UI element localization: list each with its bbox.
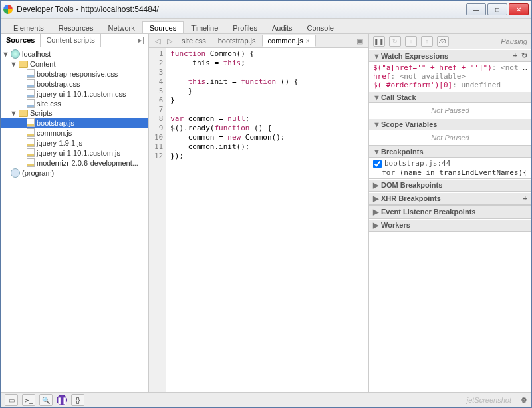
xhr-add-icon[interactable]: + — [523, 194, 527, 202]
file-icon — [27, 158, 35, 167]
file-icon — [27, 128, 35, 137]
console-icon[interactable]: ≻_ — [22, 394, 35, 406]
minimize-button[interactable]: — — [466, 3, 486, 15]
watch-add-icon[interactable]: + — [513, 51, 517, 60]
main-tab-timeline[interactable]: Timeline — [184, 21, 225, 33]
search-icon[interactable]: 🔍 — [39, 394, 53, 406]
tree-item-label: bootstrap-responsive.css — [37, 70, 118, 78]
main-tab-profiles[interactable]: Profiles — [225, 21, 265, 33]
panel-xhr-header[interactable]: ▶ XHR Breakpoints + — [369, 192, 531, 205]
file-icon — [27, 118, 35, 127]
panel-workers-header[interactable]: ▶ Workers — [369, 219, 531, 232]
file-tab[interactable]: site.css — [176, 35, 212, 47]
not-paused-label: Not Paused — [373, 104, 527, 116]
panel-breakpoints-title: Breakpoints — [381, 148, 424, 156]
file-icon — [27, 79, 35, 88]
tree-item-label: Scripts — [30, 109, 53, 117]
step-out-button[interactable]: ↑ — [421, 36, 433, 47]
tree-item[interactable]: (program) — [1, 168, 148, 178]
sidebar-collapse-icon[interactable]: ▸| — [134, 34, 148, 47]
debugger-status: Pausing — [501, 37, 527, 45]
pause-on-exceptions-icon[interactable]: ❚❚ — [57, 395, 67, 405]
panel-callstack-body: Not Paused — [369, 103, 531, 118]
panel-callstack: ▼ Call Stack Not Paused — [369, 91, 531, 118]
close-tab-icon[interactable]: × — [306, 37, 310, 45]
file-tab-label: bootstrap.js — [218, 37, 256, 45]
tree-item-label: (program) — [22, 169, 54, 177]
tree-item-label: jquery-1.9.1.js — [37, 139, 82, 147]
panel-watch-body: $("a[href='" + href + "']"): <not av...h… — [369, 62, 531, 91]
sidebar-tab-content-scripts[interactable]: Content scripts — [41, 34, 100, 47]
tree-item[interactable]: jquery-ui-1.10.1.custom.js — [1, 148, 148, 158]
code-editor[interactable]: 123456789101112 function Common() { _thi… — [149, 48, 368, 392]
dock-icon[interactable]: ▭ — [5, 394, 18, 406]
pretty-print-icon[interactable]: {} — [71, 394, 84, 406]
step-into-button[interactable]: ↓ — [405, 36, 417, 47]
main-tab-elements[interactable]: Elements — [6, 21, 51, 33]
tree-item-label: modernizr-2.0.6-development... — [37, 159, 138, 167]
file-tab-label: common.js — [268, 37, 303, 45]
tree-item[interactable]: modernizr-2.0.6-development... — [1, 158, 148, 168]
sidebar-tab-sources[interactable]: Sources — [1, 34, 41, 47]
panel-evt-title: Event Listener Breakpoints — [381, 208, 475, 216]
breakpoint-item[interactable]: bootstrap.js:44 for (name in transEndEve… — [373, 159, 527, 177]
disclosure-icon: ▶ — [373, 221, 380, 230]
window-buttons: — □ ✕ — [466, 3, 529, 15]
tree-item-label: bootstrap.css — [37, 80, 80, 88]
window-titlebar: Developer Tools - http://localhost:54484… — [1, 1, 531, 19]
editor-area: ◁ ▷ site.cssbootstrap.jscommon.js× ▣ 123… — [149, 34, 368, 392]
disclosure-icon: ▼ — [373, 120, 380, 128]
panel-event-listeners: ▶ Event Listener Breakpoints — [369, 206, 531, 219]
disclosure-icon: ▼ — [373, 148, 380, 156]
line-gutter: 123456789101112 — [149, 48, 166, 392]
show-navigator-icon[interactable]: ▣ — [354, 37, 366, 45]
watch-expression[interactable]: $('#orderform')[0]: undefined — [373, 81, 527, 89]
panel-dom-header[interactable]: ▶ DOM Breakpoints — [369, 179, 531, 192]
watch-expression[interactable]: $("a[href='" + href + "']"): <not av... — [373, 63, 527, 72]
tree-item[interactable]: bootstrap.css — [1, 79, 148, 89]
tree-item[interactable]: jquery-ui-1.10.1.custom.css — [1, 89, 148, 99]
panel-callstack-header[interactable]: ▼ Call Stack — [369, 91, 531, 103]
pause-button[interactable]: ❚❚ — [373, 36, 385, 47]
step-over-button[interactable]: ↻ — [389, 36, 401, 47]
tree-item[interactable]: bootstrap.js — [1, 118, 148, 128]
panel-watch: ▼ Watch Expressions + ↻ $("a[href='" + h… — [369, 49, 531, 91]
close-button[interactable]: ✕ — [509, 3, 529, 15]
nav-back-icon[interactable]: ◁ — [152, 37, 164, 45]
panel-breakpoints-header[interactable]: ▼ Breakpoints — [369, 146, 531, 158]
disclosure-icon: ▶ — [373, 208, 380, 216]
breakpoint-checkbox[interactable] — [373, 160, 382, 168]
settings-gear-icon[interactable]: ⚙ — [521, 396, 527, 405]
breakpoint-code: for (name in transEndEventNames){ — [373, 168, 527, 177]
main-tab-sources[interactable]: Sources — [142, 21, 184, 33]
file-tab[interactable]: common.js× — [262, 35, 316, 47]
sidebar: Sources Content scripts ▸| ▼localhost▼Co… — [1, 34, 149, 392]
watch-refresh-icon[interactable]: ↻ — [521, 51, 527, 60]
panel-scope-header[interactable]: ▼ Scope Variables — [369, 118, 531, 130]
tree-item[interactable]: ▼Content — [1, 59, 148, 69]
tree-item-label: Content — [30, 60, 56, 68]
tree-item[interactable]: common.js — [1, 128, 148, 138]
debugger-toolbar: ❚❚ ↻ ↓ ↑ ⁄∅ Pausing — [369, 34, 531, 49]
disclosure-icon: ▶ — [373, 194, 380, 203]
tree-item-label: common.js — [37, 129, 72, 137]
main-tab-audits[interactable]: Audits — [265, 21, 300, 33]
watch-expression[interactable]: href: <not available> — [373, 72, 527, 81]
panel-scope-title: Scope Variables — [381, 120, 437, 128]
main-tab-console[interactable]: Console — [300, 21, 341, 33]
file-tab[interactable]: bootstrap.js — [212, 35, 262, 47]
tree-item[interactable]: ▼localhost — [1, 49, 148, 59]
main-tab-network[interactable]: Network — [100, 21, 142, 33]
file-icon — [27, 99, 35, 108]
tree-item[interactable]: bootstrap-responsive.css — [1, 69, 148, 79]
tree-item[interactable]: jquery-1.9.1.js — [1, 138, 148, 148]
file-tree: ▼localhost▼Contentbootstrap-responsive.c… — [1, 47, 148, 392]
main-tab-resources[interactable]: Resources — [51, 21, 101, 33]
nav-fwd-icon[interactable]: ▷ — [164, 37, 176, 45]
tree-item[interactable]: site.css — [1, 99, 148, 108]
panel-watch-header[interactable]: ▼ Watch Expressions + ↻ — [369, 49, 531, 62]
maximize-button[interactable]: □ — [487, 3, 507, 15]
tree-item[interactable]: ▼Scripts — [1, 108, 148, 118]
panel-evt-header[interactable]: ▶ Event Listener Breakpoints — [369, 206, 531, 218]
deactivate-breakpoints-button[interactable]: ⁄∅ — [437, 36, 449, 47]
